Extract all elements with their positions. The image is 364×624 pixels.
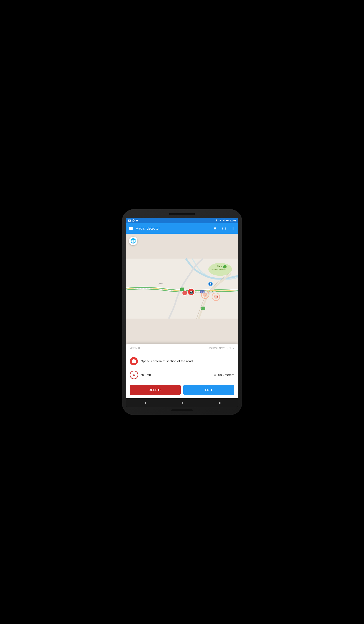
speed-distance-row: 60 60 kmh 683 meters xyxy=(130,368,234,382)
storage-icon xyxy=(136,219,138,222)
camera-type-row: Speed camera at section of the road xyxy=(130,355,234,368)
map-area[interactable]: Park Zorrilla de San Martín 🌿 📷 110 xyxy=(126,234,238,344)
panel-header: #281590 Updated: Nov 12, 2017 xyxy=(130,347,234,352)
battery-icon xyxy=(226,219,229,222)
svg-rect-7 xyxy=(225,219,225,221)
status-bar-right: 12:08 xyxy=(215,219,236,222)
menu-button[interactable] xyxy=(129,227,133,230)
svg-rect-2 xyxy=(136,220,138,221)
wifi-icon xyxy=(219,219,222,222)
edit-button[interactable]: EDIT xyxy=(183,385,234,395)
signal-icon xyxy=(223,219,225,222)
svg-text:RN6: RN6 xyxy=(201,291,204,293)
location-icon xyxy=(215,219,218,222)
svg-point-19 xyxy=(182,290,187,295)
speed-badge: 60 xyxy=(130,371,138,379)
svg-text:🌿: 🌿 xyxy=(224,266,227,268)
more-icon[interactable] xyxy=(231,226,235,231)
svg-rect-10 xyxy=(229,220,229,221)
camera-id: #281590 xyxy=(130,347,140,350)
updated-date: Updated: Nov 12, 2017 xyxy=(208,347,234,350)
download-icon[interactable] xyxy=(213,226,217,231)
delete-button[interactable]: DELETE xyxy=(130,385,181,395)
navigation-icon xyxy=(213,373,217,377)
distance-block: 683 meters xyxy=(213,373,234,377)
recent-button[interactable]: ■ xyxy=(219,401,221,405)
svg-text:110: 110 xyxy=(214,296,218,298)
speaker-bottom xyxy=(171,409,193,411)
back-button[interactable]: ◄ xyxy=(143,401,146,405)
globe-icon: 🌐 xyxy=(130,238,136,244)
svg-text:📷: 📷 xyxy=(189,290,193,294)
svg-text:9: 9 xyxy=(181,288,182,290)
globe-button[interactable]: 🌐 xyxy=(129,237,137,245)
speed-label: 60 kmh xyxy=(140,373,211,377)
svg-rect-6 xyxy=(224,220,224,221)
clock-icon[interactable] xyxy=(222,226,226,231)
svg-rect-3 xyxy=(136,221,138,221)
camera-description: Speed camera at section of the road xyxy=(141,359,234,363)
gmail-icon xyxy=(128,219,131,222)
bottom-panel: #281590 Updated: Nov 12, 2017 Speed came… xyxy=(126,344,238,398)
svg-point-33 xyxy=(210,283,211,285)
status-bar-left xyxy=(128,219,138,222)
svg-rect-9 xyxy=(226,220,228,221)
app-title: Radar detector xyxy=(136,226,210,231)
svg-point-0 xyxy=(132,219,134,222)
svg-rect-4 xyxy=(223,221,223,221)
status-time: 12:08 xyxy=(230,219,236,222)
panel-buttons: DELETE EDIT xyxy=(130,385,234,395)
svg-rect-1 xyxy=(136,220,138,220)
svg-rect-5 xyxy=(223,220,224,221)
svg-text:Zorrilla de San Martín: Zorrilla de San Martín xyxy=(210,268,227,270)
nav-bar: ◄ ● ■ xyxy=(126,398,238,407)
home-button[interactable]: ● xyxy=(182,401,184,405)
sync-icon xyxy=(132,219,135,222)
map-svg: Park Zorrilla de San Martín 🌿 📷 110 xyxy=(126,234,238,344)
app-bar: Radar detector xyxy=(126,223,238,234)
speaker-top xyxy=(169,213,195,215)
camera-type-icon xyxy=(130,357,138,365)
phone-screen: 12:08 Radar detector xyxy=(126,218,238,407)
speed-value: 60 xyxy=(132,373,135,376)
svg-point-21 xyxy=(203,292,207,297)
distance-value: 683 meters xyxy=(218,373,234,377)
phone-frame: 12:08 Radar detector xyxy=(122,209,242,415)
phone-bottom-area xyxy=(126,409,238,411)
svg-text:27: 27 xyxy=(201,307,204,310)
svg-text:Park: Park xyxy=(217,264,222,267)
status-bar: 12:08 xyxy=(126,218,238,223)
